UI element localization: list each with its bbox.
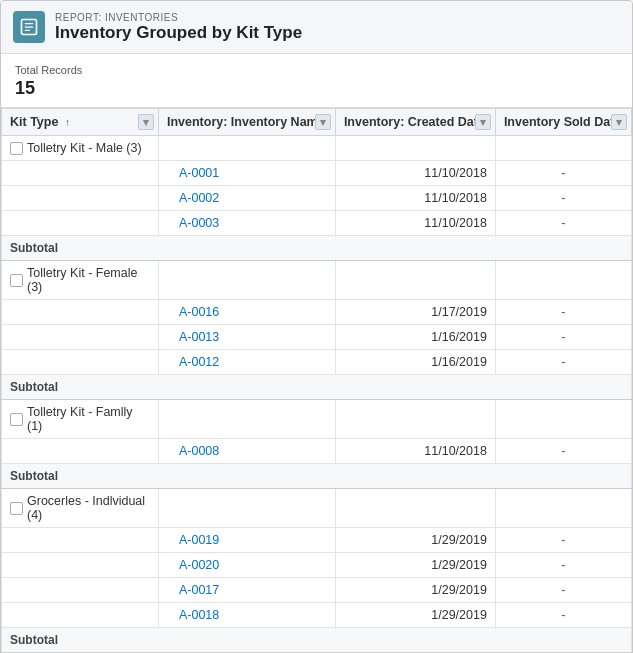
subtotal-row: Subtotal (2, 464, 632, 489)
row-checkbox[interactable] (10, 274, 23, 287)
group-invname-cell (158, 489, 335, 528)
group-label: Grocerles - Indlvidual (4) (27, 494, 150, 522)
row-sold-cell: - (495, 325, 631, 350)
row-kittype-cell (2, 578, 159, 603)
filter-button-solddate[interactable]: ▾ (611, 114, 627, 130)
group-sold-cell (495, 261, 631, 300)
table-row: A-000311/10/2018- (2, 211, 632, 236)
row-invname-cell: A-0019 (158, 528, 335, 553)
row-invname-cell: A-0003 (158, 211, 335, 236)
col-header-solddate[interactable]: Inventory Sold Date ▾ (495, 109, 631, 136)
report-subtitle: REPORT: INVENTORIES (55, 12, 302, 23)
row-kittype-cell (2, 528, 159, 553)
row-checkbox[interactable] (10, 142, 23, 155)
table-row: A-000211/10/2018- (2, 186, 632, 211)
group-created-cell (335, 261, 495, 300)
inventory-link[interactable]: A-0003 (179, 216, 219, 230)
inventory-link[interactable]: A-0002 (179, 191, 219, 205)
row-created-cell: 11/10/2018 (335, 211, 495, 236)
report-header: REPORT: INVENTORIES Inventory Grouped by… (1, 1, 632, 54)
group-sold-cell (495, 400, 631, 439)
summary-section: Total Records 15 (1, 54, 632, 107)
table-header-row: Kit Type ↑ ▾ Inventory: Inventory Name ▾… (2, 109, 632, 136)
row-checkbox[interactable] (10, 502, 23, 515)
inventory-link[interactable]: A-0012 (179, 355, 219, 369)
inventory-link[interactable]: A-0016 (179, 305, 219, 319)
group-name-cell: Grocerles - Indlvidual (4) (2, 489, 159, 528)
group-label: Tolletry Kit - Male (3) (27, 141, 142, 155)
subtotal-label: Subtotal (2, 236, 632, 261)
group-header-row: Grocerles - Indlvidual (4) (2, 489, 632, 528)
row-kittype-cell (2, 211, 159, 236)
inventory-table: Kit Type ↑ ▾ Inventory: Inventory Name ▾… (1, 108, 632, 653)
row-sold-cell: - (495, 350, 631, 375)
subtotal-row: Subtotal (2, 236, 632, 261)
row-sold-cell: - (495, 578, 631, 603)
row-created-cell: 1/16/2019 (335, 325, 495, 350)
table-row: A-00181/29/2019- (2, 603, 632, 628)
row-created-cell: 1/17/2019 (335, 300, 495, 325)
row-invname-cell: A-0020 (158, 553, 335, 578)
row-created-cell: 1/29/2019 (335, 528, 495, 553)
table-row: A-00191/29/2019- (2, 528, 632, 553)
group-label: Tolletry Kit - Famlly (1) (27, 405, 150, 433)
row-invname-cell: A-0008 (158, 439, 335, 464)
filter-button-kittype[interactable]: ▾ (138, 114, 154, 130)
subtotal-label: Subtotal (2, 464, 632, 489)
row-kittype-cell (2, 439, 159, 464)
group-created-cell (335, 136, 495, 161)
inventory-link[interactable]: A-0020 (179, 558, 219, 572)
report-icon (13, 11, 45, 43)
filter-button-createddate[interactable]: ▾ (475, 114, 491, 130)
group-name-cell: Tolletry Kit - Male (3) (2, 136, 159, 161)
group-sold-cell (495, 489, 631, 528)
row-invname-cell: A-0013 (158, 325, 335, 350)
row-kittype-cell (2, 300, 159, 325)
table-row: A-00121/16/2019- (2, 350, 632, 375)
row-kittype-cell (2, 186, 159, 211)
row-created-cell: 11/10/2018 (335, 439, 495, 464)
group-invname-cell (158, 136, 335, 161)
sort-icon: ↑ (65, 117, 70, 128)
row-sold-cell: - (495, 603, 631, 628)
group-label: Tolletry Kit - Female (3) (27, 266, 150, 294)
col-header-kittype[interactable]: Kit Type ↑ ▾ (2, 109, 159, 136)
row-invname-cell: A-0001 (158, 161, 335, 186)
group-created-cell (335, 400, 495, 439)
inventory-link[interactable]: A-0001 (179, 166, 219, 180)
group-header-row: Tolletry Kit - Famlly (1) (2, 400, 632, 439)
report-title: Inventory Grouped by Kit Type (55, 23, 302, 43)
col-header-invname[interactable]: Inventory: Inventory Name ▾ (158, 109, 335, 136)
row-sold-cell: - (495, 161, 631, 186)
row-kittype-cell (2, 161, 159, 186)
inventory-link[interactable]: A-0008 (179, 444, 219, 458)
inventory-link[interactable]: A-0017 (179, 583, 219, 597)
header-text-block: REPORT: INVENTORIES Inventory Grouped by… (55, 12, 302, 43)
row-sold-cell: - (495, 300, 631, 325)
table-row: A-00171/29/2019- (2, 578, 632, 603)
inventory-link[interactable]: A-0013 (179, 330, 219, 344)
col-header-createddate[interactable]: Inventory: Created Date ▾ (335, 109, 495, 136)
row-sold-cell: - (495, 211, 631, 236)
filter-button-invname[interactable]: ▾ (315, 114, 331, 130)
group-created-cell (335, 489, 495, 528)
inventory-link[interactable]: A-0019 (179, 533, 219, 547)
group-invname-cell (158, 400, 335, 439)
subtotal-label: Subtotal (2, 375, 632, 400)
subtotal-row: Subtotal (2, 375, 632, 400)
row-created-cell: 1/29/2019 (335, 578, 495, 603)
row-created-cell: 11/10/2018 (335, 186, 495, 211)
row-invname-cell: A-0002 (158, 186, 335, 211)
row-checkbox[interactable] (10, 413, 23, 426)
subtotal-row: Subtotal (2, 628, 632, 653)
row-created-cell: 11/10/2018 (335, 161, 495, 186)
table-row: A-00201/29/2019- (2, 553, 632, 578)
group-header-row: Tolletry Kit - Male (3) (2, 136, 632, 161)
inventory-link[interactable]: A-0018 (179, 608, 219, 622)
group-name-cell: Tolletry Kit - Female (3) (2, 261, 159, 300)
row-kittype-cell (2, 553, 159, 578)
main-window: REPORT: INVENTORIES Inventory Grouped by… (0, 0, 633, 653)
row-created-cell: 1/29/2019 (335, 553, 495, 578)
total-records-label: Total Records (15, 64, 618, 76)
row-invname-cell: A-0016 (158, 300, 335, 325)
